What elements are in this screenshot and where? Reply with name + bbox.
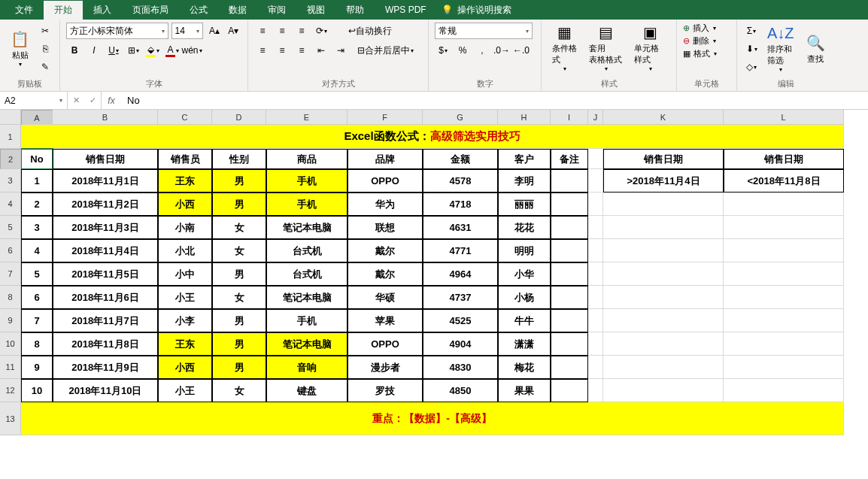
cell[interactable]: 手机: [266, 193, 348, 216]
cell[interactable]: 4964: [423, 262, 498, 286]
font-size-select[interactable]: 14▾: [171, 23, 204, 39]
underline-button[interactable]: U▾: [105, 42, 122, 59]
cell[interactable]: 笔记本电脑: [266, 286, 348, 309]
font-color-button[interactable]: A▾: [164, 42, 181, 59]
cell[interactable]: [551, 216, 588, 239]
cell[interactable]: [551, 309, 588, 332]
cell[interactable]: 漫步者: [348, 356, 423, 379]
cell[interactable]: 牛牛: [498, 309, 551, 332]
cell[interactable]: 4: [21, 239, 53, 262]
cell[interactable]: [588, 216, 603, 239]
cell[interactable]: 明明: [498, 239, 551, 262]
cell[interactable]: 2018年11月5日: [53, 262, 158, 286]
cell-styles-button[interactable]: ▣单元格样式▾: [630, 23, 670, 72]
cell[interactable]: 4578: [423, 169, 498, 193]
cell[interactable]: 键盘: [266, 379, 348, 402]
wrap-text-button[interactable]: ↩ 自动换行: [343, 23, 397, 39]
cell[interactable]: 2018年11月6日: [53, 286, 158, 309]
cell[interactable]: [551, 286, 588, 309]
row-header-12[interactable]: 12: [0, 379, 21, 402]
cell[interactable]: [724, 356, 844, 379]
currency-button[interactable]: $▾: [435, 42, 451, 59]
cell[interactable]: 10: [21, 379, 53, 402]
cell[interactable]: [551, 262, 588, 286]
sort-filter-button[interactable]: A↓Z排序和筛选▾: [763, 24, 799, 74]
row-header-5[interactable]: 5: [0, 216, 21, 239]
cell[interactable]: 笔记本电脑: [266, 216, 348, 239]
col-header-L[interactable]: L: [724, 110, 844, 125]
tab-页面布局[interactable]: 页面布局: [122, 1, 179, 20]
fill-button[interactable]: ⬇▾: [743, 41, 760, 57]
active-cell[interactable]: No: [21, 149, 53, 169]
tab-WPS PDF[interactable]: WPS PDF: [375, 2, 437, 18]
col-header-I[interactable]: I: [551, 110, 588, 125]
cell[interactable]: [603, 216, 724, 239]
row-header-1[interactable]: 1: [0, 125, 21, 149]
cell[interactable]: 小中: [158, 262, 212, 286]
cell[interactable]: 台式机: [266, 239, 348, 262]
row-header-6[interactable]: 6: [0, 239, 21, 262]
cell[interactable]: 戴尔: [348, 262, 423, 286]
cell[interactable]: [588, 169, 603, 193]
row-header-2[interactable]: 2: [0, 149, 21, 169]
cell[interactable]: [603, 309, 724, 332]
cell[interactable]: [724, 262, 844, 286]
cell[interactable]: [551, 356, 588, 379]
cell[interactable]: 3: [21, 216, 53, 239]
cell[interactable]: 笔记本电脑: [266, 332, 348, 356]
insert-cells-button[interactable]: ⊕ 插入 ▾: [683, 23, 730, 34]
cell[interactable]: 女: [212, 216, 266, 239]
format-cells-button[interactable]: ▦ 格式 ▾: [683, 48, 730, 59]
cell[interactable]: 2018年11月7日: [53, 309, 158, 332]
cell[interactable]: 备注: [551, 149, 588, 169]
cell[interactable]: 8: [21, 332, 53, 356]
cell[interactable]: 4718: [423, 193, 498, 216]
row-header-9[interactable]: 9: [0, 309, 21, 332]
row-header-10[interactable]: 10: [0, 332, 21, 356]
find-button[interactable]: 🔍查找: [802, 24, 830, 74]
cell[interactable]: 1: [21, 169, 53, 193]
cell[interactable]: 小南: [158, 216, 212, 239]
col-header-K[interactable]: K: [603, 110, 724, 125]
cell[interactable]: [724, 239, 844, 262]
row-header-11[interactable]: 11: [0, 356, 21, 379]
bold-button[interactable]: B: [66, 42, 83, 59]
cell[interactable]: 商品: [266, 149, 348, 169]
col-header-D[interactable]: D: [212, 110, 266, 125]
cancel-formula-button[interactable]: ✕: [68, 92, 84, 109]
cell[interactable]: 销售日期: [724, 149, 844, 169]
cell[interactable]: 男: [212, 262, 266, 286]
formula-bar[interactable]: No: [121, 95, 868, 106]
cell[interactable]: [603, 286, 724, 309]
worksheet-grid[interactable]: 12345678910111213 ABCDEFGHIJKL Excel函数公式…: [0, 110, 868, 478]
col-header-G[interactable]: G: [423, 110, 498, 125]
border-button[interactable]: ⊞▾: [125, 42, 141, 59]
cell[interactable]: 2018年11月9日: [53, 356, 158, 379]
cell[interactable]: 李明: [498, 169, 551, 193]
cell[interactable]: OPPO: [348, 332, 423, 356]
cell[interactable]: [588, 309, 603, 332]
cell[interactable]: 小北: [158, 239, 212, 262]
dec-decimal-button[interactable]: ←.0: [513, 42, 530, 59]
font-name-select[interactable]: 方正小标宋简体▾: [66, 23, 168, 39]
accept-formula-button[interactable]: ✓: [84, 92, 101, 109]
row-header-13[interactable]: 13: [0, 402, 21, 435]
cell[interactable]: [724, 309, 844, 332]
cell[interactable]: [603, 193, 724, 216]
cell[interactable]: 4737: [423, 286, 498, 309]
cell[interactable]: 4631: [423, 216, 498, 239]
cell[interactable]: [588, 379, 603, 402]
tab-视图[interactable]: 视图: [296, 1, 335, 20]
cell[interactable]: [588, 149, 603, 169]
number-format-select[interactable]: 常规▾: [435, 23, 533, 39]
align-right-button[interactable]: ≡: [293, 42, 310, 59]
cell[interactable]: 台式机: [266, 262, 348, 286]
align-center-button[interactable]: ≡: [274, 42, 290, 59]
cell[interactable]: [588, 356, 603, 379]
orientation-button[interactable]: ⟳▾: [313, 23, 329, 39]
cell[interactable]: 2: [21, 193, 53, 216]
conditional-format-button[interactable]: ▦条件格式▾: [548, 23, 581, 72]
cell[interactable]: [603, 262, 724, 286]
cell[interactable]: 4830: [423, 356, 498, 379]
cell[interactable]: [551, 193, 588, 216]
